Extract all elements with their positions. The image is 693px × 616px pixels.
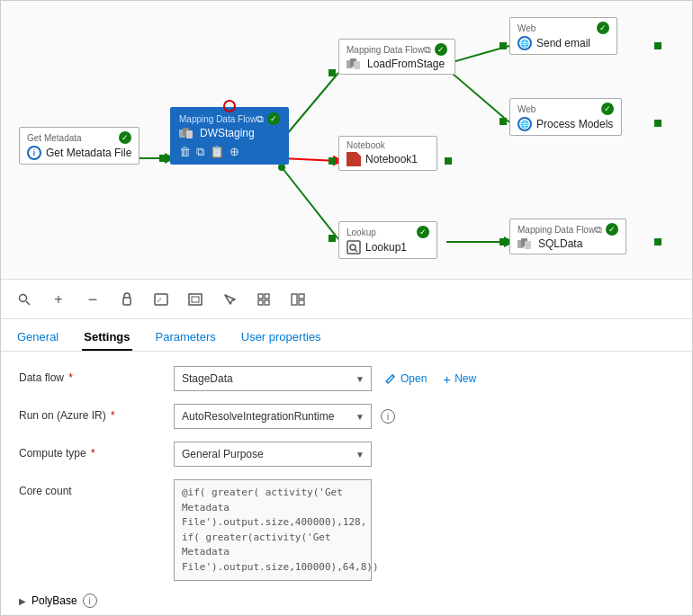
tab-settings[interactable]: Settings: [82, 325, 131, 351]
svg-rect-40: [192, 297, 199, 302]
svg-rect-41: [258, 294, 263, 299]
toolbar: + − ⤢: [1, 280, 692, 319]
svg-line-3: [282, 167, 338, 239]
status-check-dw: ✓: [267, 112, 280, 125]
dataflow-icon-sql: [518, 238, 534, 250]
web-icon-email: 🌐: [518, 36, 532, 50]
canvas-area[interactable]: Get Metadata ✓ i Get Metadata File Mappi…: [1, 1, 692, 280]
tabs-row: General Settings Parameters User propert…: [1, 319, 692, 352]
svg-line-5: [446, 68, 509, 122]
status-check-lookup: ✓: [417, 226, 429, 238]
open-button[interactable]: Open: [381, 372, 430, 385]
svg-rect-36: [123, 298, 130, 305]
svg-rect-43: [258, 300, 263, 305]
polybase-row[interactable]: ▶ PolyBase i: [19, 594, 674, 608]
svg-rect-12: [328, 235, 336, 242]
svg-rect-28: [347, 241, 360, 254]
node-process-models[interactable]: Web ✓ 🌐 Process Models: [509, 98, 622, 136]
compute-type-row: Compute type * General Purpose ▼: [19, 442, 674, 467]
copy-btn[interactable]: ⧉: [196, 145, 204, 159]
tab-user-properties[interactable]: User properties: [239, 325, 323, 351]
new-button[interactable]: + New: [439, 372, 480, 386]
svg-rect-19: [445, 157, 452, 165]
info-icon-ir[interactable]: i: [381, 409, 395, 424]
node-dw-staging[interactable]: Mapping Data Flow ⧉ ✓ DWStaging 🗑 ⧉ 📋: [170, 107, 289, 165]
node-load-from-stage[interactable]: Mapping Data Flow ⧉ ✓ LoadFromStage: [338, 39, 455, 75]
notebook-icon: [346, 152, 361, 166]
data-flow-select[interactable]: StageData: [174, 366, 372, 391]
status-check-lfs: ✓: [435, 43, 447, 56]
open-link-icon[interactable]: ⧉: [256, 113, 264, 125]
dataflow-icon: [179, 128, 195, 139]
plus-icon[interactable]: +: [50, 290, 68, 308]
svg-rect-27: [354, 61, 360, 69]
node-send-email[interactable]: Web ✓ 🌐 Send email: [509, 17, 617, 55]
plus-icon-new: +: [443, 372, 451, 386]
fit-icon[interactable]: ⤢: [152, 290, 170, 308]
bottom-panel: General Settings Parameters User propert…: [1, 319, 692, 615]
search-icon[interactable]: [15, 290, 33, 308]
node-lookup1[interactable]: Lookup ✓ Lookup1: [338, 221, 437, 259]
node-get-metadata[interactable]: Get Metadata ✓ i Get Metadata File: [19, 127, 140, 165]
svg-rect-45: [292, 294, 297, 305]
svg-rect-39: [189, 294, 202, 305]
run-on-row: Run on (Azure IR) * AutoResolveIntegrati…: [19, 404, 674, 429]
svg-line-48: [392, 375, 394, 377]
svg-rect-47: [299, 300, 304, 305]
delete-btn[interactable]: 🗑: [179, 145, 191, 159]
info-icon-polybase[interactable]: i: [83, 594, 97, 608]
svg-rect-42: [265, 294, 269, 299]
node-sql-data[interactable]: Mapping Data Flow ⧉ ✓ SQLData: [509, 219, 626, 254]
compute-type-select[interactable]: General Purpose: [174, 442, 372, 467]
grid-icon[interactable]: [255, 290, 273, 308]
metadata-icon: i: [27, 146, 41, 160]
svg-line-35: [26, 301, 30, 305]
svg-line-1: [282, 73, 338, 140]
svg-rect-33: [525, 241, 531, 249]
svg-point-9: [278, 164, 285, 171]
svg-rect-10: [328, 69, 336, 76]
select-icon[interactable]: [220, 290, 238, 308]
svg-rect-18: [654, 238, 662, 246]
add-btn[interactable]: ⊕: [230, 145, 239, 159]
svg-rect-16: [654, 42, 662, 49]
lookup-icon: [346, 240, 361, 254]
compute-type-select-wrapper: General Purpose ▼: [174, 442, 372, 467]
svg-rect-11: [328, 157, 336, 165]
core-count-row: Core count @if( greater( activity('Get M…: [19, 479, 674, 581]
minus-icon[interactable]: −: [84, 290, 102, 308]
pencil-icon: [384, 372, 397, 385]
tab-parameters[interactable]: Parameters: [154, 325, 218, 351]
data-flow-select-wrapper: StageData ▼: [174, 366, 372, 391]
svg-rect-24: [186, 130, 193, 138]
status-check-metadata: ✓: [119, 131, 131, 144]
svg-text:⤢: ⤢: [157, 297, 162, 303]
status-check-pm: ✓: [601, 103, 614, 115]
svg-rect-17: [654, 120, 662, 127]
frame-icon[interactable]: [186, 290, 204, 308]
web-icon-pm: 🌐: [518, 117, 532, 131]
status-check-sql: ✓: [606, 223, 618, 236]
status-check-email: ✓: [597, 22, 609, 34]
open-icon-lfs[interactable]: ⧉: [424, 44, 431, 56]
svg-point-34: [20, 294, 27, 301]
data-flow-row: Data flow * StageData ▼ Open +: [19, 366, 674, 391]
lock-icon[interactable]: [118, 290, 136, 308]
core-count-expression[interactable]: @if( greater( activity('Get Metadata Fil…: [174, 479, 372, 581]
dataflow-icon-lfs: [346, 58, 363, 70]
clone-btn[interactable]: 📋: [210, 145, 224, 159]
run-on-select-wrapper: AutoResolveIntegrationRuntime ▼: [174, 404, 372, 429]
svg-line-30: [355, 249, 357, 252]
node-notebook1[interactable]: Notebook Notebook1: [338, 136, 437, 171]
main-container: Get Metadata ✓ i Get Metadata File Mappi…: [0, 0, 693, 616]
svg-rect-13: [500, 42, 507, 49]
svg-rect-46: [299, 294, 304, 299]
svg-rect-20: [159, 155, 166, 162]
tab-general[interactable]: General: [15, 325, 60, 351]
open-icon-sql[interactable]: ⧉: [595, 224, 602, 236]
svg-rect-44: [265, 300, 269, 305]
error-indicator: [223, 100, 236, 112]
layout-icon[interactable]: [289, 290, 307, 308]
run-on-select[interactable]: AutoResolveIntegrationRuntime: [174, 404, 372, 429]
chevron-right-icon[interactable]: ▶: [19, 596, 26, 606]
